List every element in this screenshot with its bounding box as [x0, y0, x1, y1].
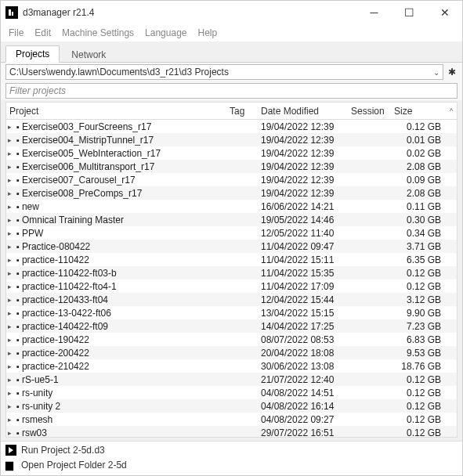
table-row[interactable]: ▸▪Exercise003_FourScreens_r1719/04/2022 … — [6, 120, 457, 133]
table-row[interactable]: ▸▪Omnical Training Master19/05/2022 14:4… — [6, 213, 457, 226]
minimize-button[interactable]: ─ — [356, 1, 392, 24]
cell-date: 11/04/2022 15:35 — [258, 268, 348, 279]
scroll-up-icon[interactable]: ^ — [446, 106, 457, 117]
menu-file[interactable]: File — [4, 26, 28, 40]
footer: Run Project 2-5d.d3 ▆ Open Project Folde… — [1, 441, 462, 475]
project-name: practice-13-0422-ft06 — [22, 308, 111, 319]
project-name: Exercise007_Carousel_r17 — [22, 175, 136, 186]
settings-gear-icon[interactable]: ✱ — [447, 67, 458, 78]
chevron-down-icon: ⌄ — [433, 68, 439, 77]
cell-size: 0.12 GB — [391, 374, 446, 385]
cell-date: 21/07/2022 12:40 — [258, 374, 348, 385]
project-name: Exercise008_PreComps_r17 — [22, 188, 142, 199]
folder-icon: ▪ — [16, 362, 20, 371]
col-tag[interactable]: Tag — [226, 104, 258, 118]
folder-icon: ▪ — [16, 135, 20, 145]
expand-arrow-icon[interactable]: ▸ — [8, 296, 14, 304]
table-row[interactable]: ▸▪practice-13-0422-ft0613/04/2022 15:159… — [6, 306, 457, 319]
menu-bar: File Edit Machine Settings Language Help — [1, 24, 462, 41]
col-session[interactable]: Session — [348, 104, 391, 118]
cell-size: 9.90 GB — [391, 308, 446, 319]
cell-date: 19/04/2022 12:39 — [258, 161, 348, 172]
maximize-button[interactable]: ☐ — [392, 1, 427, 24]
table-row[interactable]: ▸▪rsw0329/07/2022 16:510.12 GB — [6, 426, 457, 437]
table-row[interactable]: ▸▪Exercise005_WebInteraction_r1719/04/20… — [6, 146, 457, 160]
filter-input[interactable] — [5, 83, 458, 99]
expand-arrow-icon[interactable]: ▸ — [8, 203, 14, 211]
menu-language[interactable]: Language — [140, 26, 191, 40]
folder-icon: ▆ — [5, 459, 16, 471]
expand-arrow-icon[interactable]: ▸ — [8, 136, 14, 144]
expand-arrow-icon[interactable]: ▸ — [8, 243, 14, 251]
table-row[interactable]: ▸▪Practice-08042211/04/2022 09:473.71 GB — [6, 240, 457, 253]
expand-arrow-icon[interactable]: ▸ — [8, 256, 14, 264]
table-row[interactable]: ▸▪Exercise004_MistripTunnel_r1719/04/202… — [6, 133, 457, 146]
expand-arrow-icon[interactable]: ▸ — [8, 336, 14, 344]
expand-arrow-icon[interactable]: ▸ — [8, 176, 14, 184]
expand-arrow-icon[interactable]: ▸ — [8, 349, 14, 357]
expand-arrow-icon[interactable]: ▸ — [8, 269, 14, 277]
expand-arrow-icon[interactable]: ▸ — [8, 376, 14, 384]
folder-icon: ▪ — [16, 215, 20, 225]
table-row[interactable]: ▸▪Exercise007_Carousel_r1719/04/2022 12:… — [6, 173, 457, 186]
table-row[interactable]: ▸▪practice-11042211/04/2022 15:116.35 GB — [6, 253, 457, 266]
menu-edit[interactable]: Edit — [30, 26, 56, 40]
cell-size: 0.12 GB — [391, 388, 446, 398]
table-row[interactable]: ▸▪practice-19042208/07/2022 08:536.83 GB — [6, 333, 457, 346]
cell-date: 19/04/2022 12:39 — [258, 188, 348, 199]
expand-arrow-icon[interactable]: ▸ — [8, 163, 14, 171]
path-row: C:\Users\wendy.lawn\Documents\d3_r21\d3 … — [1, 63, 462, 81]
col-size[interactable]: Size — [391, 104, 446, 118]
play-icon — [5, 445, 16, 456]
expand-arrow-icon[interactable]: ▸ — [8, 429, 14, 437]
table-row[interactable]: ▸▪rsmesh04/08/2022 09:270.12 GB — [6, 413, 457, 426]
table-row[interactable]: ▸▪Exercise008_PreComps_r1719/04/2022 12:… — [6, 186, 457, 200]
expand-arrow-icon[interactable]: ▸ — [8, 416, 14, 424]
table-row[interactable]: ▸▪practice-110422-ft03-b11/04/2022 15:35… — [6, 266, 457, 279]
project-path-dropdown[interactable]: C:\Users\wendy.lawn\Documents\d3_r21\d3 … — [5, 64, 443, 80]
expand-arrow-icon[interactable]: ▸ — [8, 229, 14, 237]
folder-icon: ▪ — [16, 375, 20, 384]
cell-date: 12/04/2022 15:44 — [258, 294, 348, 305]
close-button[interactable]: ✕ — [427, 1, 462, 24]
folder-icon: ▪ — [16, 162, 20, 171]
cell-size: 0.30 GB — [391, 215, 446, 225]
table-row[interactable]: ▸▪rS-ue5-121/07/2022 12:400.12 GB — [6, 373, 457, 386]
table-row[interactable]: ▸▪practice-21042230/06/2022 13:0818.76 G… — [6, 359, 457, 373]
expand-arrow-icon[interactable]: ▸ — [8, 389, 14, 397]
open-folder-button[interactable]: ▆ Open Project Folder 2-5d — [5, 459, 458, 471]
expand-arrow-icon[interactable]: ▸ — [8, 150, 14, 157]
expand-arrow-icon[interactable]: ▸ — [8, 402, 14, 410]
menu-machine[interactable]: Machine Settings — [57, 26, 139, 40]
table-row[interactable]: ▸▪Exercise006_Multitransport_r1719/04/20… — [6, 160, 457, 173]
menu-help[interactable]: Help — [193, 26, 222, 40]
cell-size: 0.12 GB — [391, 414, 446, 425]
expand-arrow-icon[interactable]: ▸ — [8, 323, 14, 330]
expand-arrow-icon[interactable]: ▸ — [8, 309, 14, 317]
project-name: rs-unity — [22, 388, 52, 398]
expand-arrow-icon[interactable]: ▸ — [8, 189, 14, 197]
expand-arrow-icon[interactable]: ▸ — [8, 362, 14, 370]
col-date[interactable]: Date Modified — [258, 104, 348, 118]
cell-size: 0.02 GB — [391, 148, 446, 159]
folder-icon: ▪ — [16, 202, 20, 211]
table-row[interactable]: ▸▪rs-unity 204/08/2022 16:140.12 GB — [6, 399, 457, 413]
expand-arrow-icon[interactable]: ▸ — [8, 283, 14, 290]
cell-size: 6.35 GB — [391, 254, 446, 265]
table-row[interactable]: ▸▪practice-110422-fto4-111/04/2022 17:09… — [6, 279, 457, 293]
table-row[interactable]: ▸▪new16/06/2022 14:210.11 GB — [6, 200, 457, 213]
table-row[interactable]: ▸▪PPW12/05/2022 11:400.34 GB — [6, 226, 457, 240]
table-row[interactable]: ▸▪practice-120433-ft0412/04/2022 15:443.… — [6, 293, 457, 306]
tab-projects[interactable]: Projects — [5, 45, 60, 63]
cell-size: 9.53 GB — [391, 348, 446, 359]
expand-arrow-icon[interactable]: ▸ — [8, 123, 14, 131]
cell-date: 16/06/2022 14:21 — [258, 201, 348, 212]
table-row[interactable]: ▸▪practice-20042220/04/2022 18:089.53 GB — [6, 346, 457, 359]
col-project[interactable]: Project — [6, 104, 226, 118]
cell-size: 0.11 GB — [391, 201, 446, 212]
table-row[interactable]: ▸▪rs-unity04/08/2022 14:510.12 GB — [6, 386, 457, 399]
tab-network[interactable]: Network — [61, 46, 116, 63]
run-project-button[interactable]: Run Project 2-5d.d3 — [5, 445, 458, 456]
expand-arrow-icon[interactable]: ▸ — [8, 216, 14, 224]
table-row[interactable]: ▸▪practice-140422-ft0914/04/2022 17:257.… — [6, 319, 457, 333]
